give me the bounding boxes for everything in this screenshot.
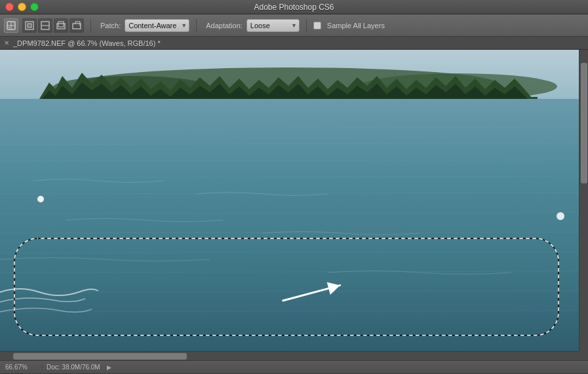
patch-dropdown-wrapper[interactable]: Content-Aware Normal ▼ [125,19,189,32]
adaptation-dropdown[interactable]: Very Strict Strict Medium Loose Very Loo… [246,19,300,32]
document-tab-label: _DPM9782.NEF @ 66.7% (Waves, RGB/16) * [13,39,161,47]
vertical-scrollbar[interactable] [579,50,588,351]
status-bar: 66.67% Doc: 38.0M/76.0M ▶ [0,360,588,373]
titlebar: Adobe Photoshop CS6 [0,0,588,14]
canvas-bg[interactable] [0,50,579,351]
maximize-button[interactable] [30,3,39,11]
svg-rect-5 [28,24,31,28]
vertical-scroll-thumb[interactable] [581,63,587,183]
doc-size: Doc: 38.0M/76.0M [47,364,100,371]
adaptation-dropdown-wrapper[interactable]: Very Strict Strict Medium Loose Very Loo… [246,19,300,32]
svg-point-27 [37,196,44,202]
patch-dropdown[interactable]: Content-Aware Normal [125,19,189,32]
zoom-level[interactable]: 66.67% [5,364,38,371]
sample-all-layers-label: Sample All Layers [327,22,385,29]
svg-rect-15 [0,99,579,351]
status-expand-icon[interactable]: ▶ [107,364,111,371]
tool-option-2[interactable] [38,18,52,33]
svg-point-3 [9,27,10,28]
svg-point-28 [557,212,564,220]
close-tab-button[interactable]: ✕ [4,39,9,47]
toolbar: Patch: Content-Aware Normal ▼ Adaptation… [0,14,588,37]
doc-tab-bar: ✕ _DPM9782.NEF @ 66.7% (Waves, RGB/16) * [0,37,588,50]
horizontal-scroll-thumb[interactable] [13,353,187,360]
close-button[interactable] [5,3,14,11]
tool-option-3[interactable] [54,18,68,33]
window-buttons[interactable] [5,3,39,11]
sample-all-layers-area[interactable]: Sample All Layers [313,22,385,29]
canvas-image [0,50,579,351]
svg-rect-9 [58,22,64,27]
status-divider-1 [42,364,43,371]
window-title: Adobe Photoshop CS6 [254,3,334,12]
scrollbar-corner [579,351,588,360]
sample-all-layers-checkbox[interactable] [313,22,321,29]
tool-option-1[interactable] [22,18,37,33]
patch-tool-button[interactable] [4,18,18,33]
separator-1 [90,19,91,32]
canvas-container [0,50,588,360]
tool-icon-group [22,18,84,33]
minimize-button[interactable] [18,3,26,11]
patch-label: Patch: [100,22,121,29]
separator-2 [196,19,197,32]
separator-3 [306,19,307,32]
svg-rect-10 [73,24,81,29]
horizontal-scrollbar[interactable] [0,351,579,360]
adaptation-label: Adaptation: [206,22,243,29]
tool-option-4[interactable] [69,18,84,33]
